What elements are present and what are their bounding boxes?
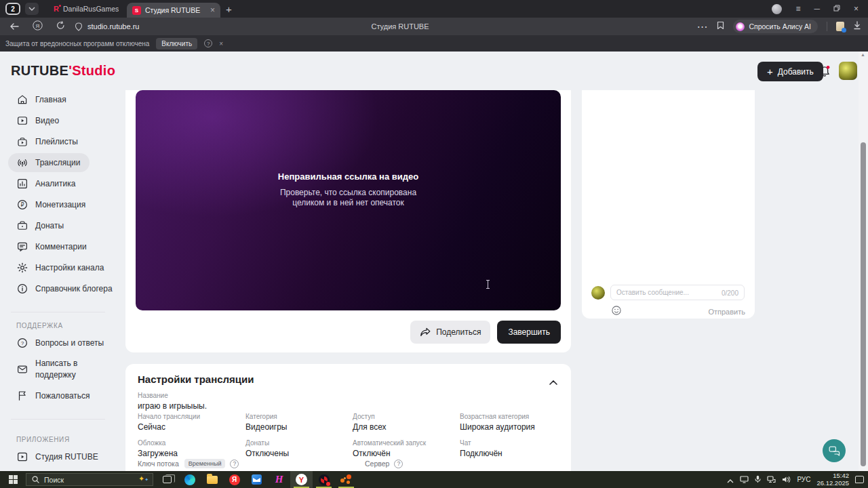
bookmark-icon[interactable] xyxy=(717,20,724,33)
info-icon xyxy=(16,283,28,295)
display-icon[interactable] xyxy=(740,474,749,486)
tray-expand-icon[interactable] xyxy=(727,474,734,486)
taskbar-dots-app[interactable] xyxy=(335,471,357,488)
scroll-up-arrow[interactable]: ▲ xyxy=(861,52,865,57)
settings-field: ЧатПодключён xyxy=(460,439,559,458)
ask-alice-button[interactable]: Спросить Алису AI xyxy=(733,20,818,33)
sidebar-item-home[interactable]: Главная xyxy=(8,90,76,109)
apps-section-title: ПРИЛОЖЕНИЯ xyxy=(16,436,125,443)
logo-main: RUTUBE xyxy=(11,63,68,78)
tab-studio-rutube[interactable]: S Студия RUTUBE × xyxy=(127,3,220,18)
rutube-studio-logo[interactable]: RUTUBE'Studio xyxy=(11,63,115,79)
sidebar-item-monetization[interactable]: ₽ Монетизация xyxy=(8,195,95,214)
sidebar-item-contact-support[interactable]: Написать в поддержку xyxy=(8,354,102,384)
taskbar-obs[interactable] xyxy=(313,471,335,488)
network-icon[interactable] xyxy=(767,474,776,486)
channel-avatar[interactable] xyxy=(839,62,857,80)
action-center-icon[interactable] xyxy=(855,476,864,483)
window-minimize-button[interactable]: ─ xyxy=(814,4,820,14)
more-actions-icon[interactable]: ⋯ xyxy=(696,20,708,33)
start-button[interactable] xyxy=(0,471,26,488)
warning-close-icon[interactable]: × xyxy=(219,40,223,47)
sidebar-divider xyxy=(11,312,105,312)
screen: 2 R DanilaRusGames2026. См S Студия RUTU… xyxy=(0,0,868,488)
svg-text:Я: Я xyxy=(36,22,40,28)
tab-danilarusgames[interactable]: R DanilaRusGames2026. См xyxy=(48,2,124,16)
close-tab-icon[interactable]: × xyxy=(210,5,215,15)
sidebar-item-blogger-guide[interactable]: Справочник блогера xyxy=(8,279,122,298)
address-bar[interactable]: studio.rutube.ru xyxy=(75,22,139,31)
sidebar-item-label: Аналитика xyxy=(35,178,75,190)
task-view-button[interactable] xyxy=(156,471,178,488)
finish-button[interactable]: Завершить xyxy=(497,321,561,344)
sidebar-item-analytics[interactable]: Аналитика xyxy=(8,174,85,193)
reload-button[interactable] xyxy=(56,20,65,33)
downloads-button[interactable] xyxy=(853,20,861,33)
new-tab-button[interactable]: + xyxy=(226,3,232,15)
tab-group-badge[interactable]: 2 xyxy=(5,3,20,15)
svg-text:₽: ₽ xyxy=(20,202,24,208)
sidebar-item-report[interactable]: Пожаловаться xyxy=(8,386,100,405)
sidebar-item-faq[interactable]: ? Вопросы и ответы xyxy=(8,333,113,352)
sidebar-item-label: Студия RUTUBE xyxy=(35,451,98,463)
window-close-button[interactable]: × xyxy=(854,4,859,14)
emoji-icon[interactable] xyxy=(612,306,621,318)
chat-message-field[interactable]: 0/200 xyxy=(610,285,745,300)
taskbar-h-app[interactable]: H xyxy=(268,471,290,488)
share-button[interactable]: Поделиться xyxy=(410,321,490,344)
yandex-services-icon[interactable]: Я xyxy=(33,20,43,33)
player-error-message: Неправильная ссылка на видео Проверьте, … xyxy=(136,171,561,208)
volume-icon[interactable] xyxy=(782,474,791,486)
taskbar-yandex-browser[interactable]: Y xyxy=(290,471,313,488)
back-button[interactable] xyxy=(9,20,19,33)
stream-player[interactable]: Неправильная ссылка на видео Проверьте, … xyxy=(136,90,561,310)
clock[interactable]: 15:42 26.12.2025 xyxy=(816,472,849,487)
error-line: целиком и в ней нет опечаток xyxy=(136,198,561,208)
toolbar-divider xyxy=(827,22,827,31)
settings-field: КатегорияВидеоигры xyxy=(245,413,353,432)
char-counter: 0/200 xyxy=(722,289,738,297)
chat-user-avatar xyxy=(591,286,605,300)
window-restore-button[interactable] xyxy=(833,4,840,14)
scrollbar-thumb[interactable] xyxy=(861,142,866,466)
browser-menu-icon[interactable]: ≡ xyxy=(795,4,800,14)
extension-icon[interactable] xyxy=(836,22,844,31)
settings-field: ОбложкаЗагружена xyxy=(138,439,245,458)
add-button[interactable]: + Добавить xyxy=(757,62,823,81)
server-help-icon[interactable]: ? xyxy=(394,460,403,468)
stream-key-help-icon[interactable]: ? xyxy=(230,460,239,468)
sidebar-item-channel-settings[interactable]: Настройки канала xyxy=(8,258,113,277)
collapse-chevron-icon[interactable] xyxy=(549,375,557,388)
support-chat-widget-button[interactable] xyxy=(823,439,846,462)
warning-help-icon[interactable]: ? xyxy=(204,39,212,47)
chat-input[interactable] xyxy=(611,285,706,300)
enable-protection-button[interactable]: Включить xyxy=(156,38,197,49)
site-badge-icon[interactable] xyxy=(75,22,83,31)
task-view-icon xyxy=(163,476,172,483)
taskbar-edge[interactable] xyxy=(178,471,201,488)
sidebar-item-video[interactable]: Видео xyxy=(8,111,68,130)
page-scrollbar[interactable]: ▲ xyxy=(859,52,868,471)
microphone-icon[interactable] xyxy=(755,474,761,486)
chevron-down-icon[interactable] xyxy=(25,3,39,15)
sidebar-item-studio-app[interactable]: Студия RUTUBE xyxy=(8,447,108,466)
sidebar-item-donations[interactable]: Донаты xyxy=(8,216,73,235)
taskbar-yandex-app[interactable]: Я xyxy=(223,471,245,488)
gear-icon xyxy=(16,262,28,274)
browser-profile-avatar[interactable] xyxy=(772,4,782,14)
send-message-button[interactable]: Отправить xyxy=(708,308,745,316)
notifications-button[interactable] xyxy=(818,65,831,81)
sidebar-item-playlists[interactable]: Плейлисты xyxy=(8,132,87,151)
taskbar-file-explorer[interactable] xyxy=(201,471,223,488)
sidebar-item-broadcasts[interactable]: Трансляции xyxy=(8,153,90,172)
protection-warning-bar: Защита от вредоносных программ отключена… xyxy=(0,35,868,52)
wallet-icon xyxy=(16,220,28,232)
taskbar-search[interactable]: Поиск ✦✦ xyxy=(26,473,153,486)
stream-key-label: Ключ потока xyxy=(138,460,179,468)
language-indicator[interactable]: РУС xyxy=(797,476,810,483)
field-label: Название xyxy=(138,392,207,399)
sidebar-item-comments[interactable]: Комментарии xyxy=(8,237,96,256)
edge-icon xyxy=(184,474,195,485)
taskbar-mail[interactable] xyxy=(245,471,268,488)
logo-accent: Studio xyxy=(72,63,115,78)
